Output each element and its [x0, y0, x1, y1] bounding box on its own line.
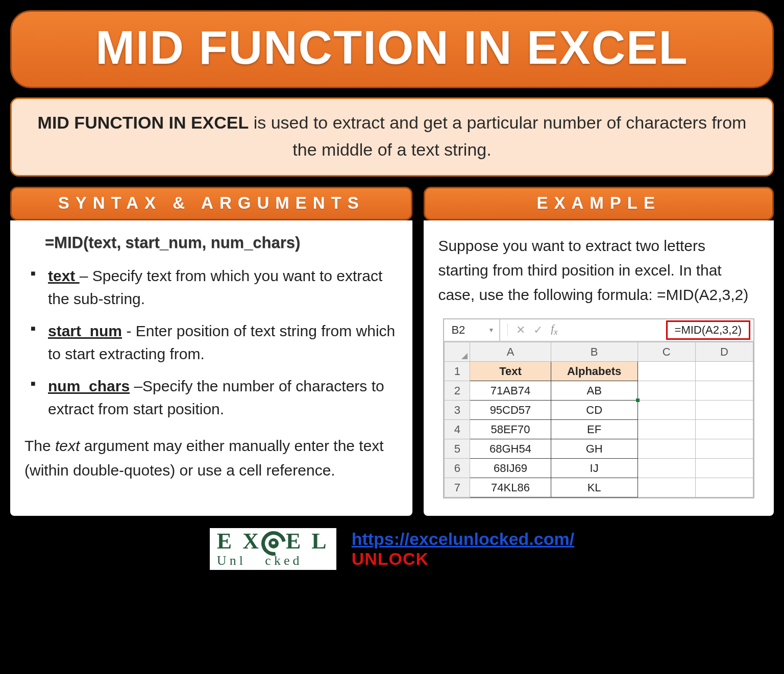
row-num: 5 [445, 439, 470, 459]
cell-A3: 95CD57 [470, 401, 551, 420]
note-pre: The [24, 437, 55, 454]
arg-desc: – Specify text from which you want to ex… [48, 267, 382, 307]
cell-B2: AB [551, 381, 638, 401]
cell-B7: KL [551, 478, 638, 497]
chevron-down-icon: ▼ [488, 327, 495, 334]
row-num: 3 [445, 401, 470, 420]
arg-num-chars: num_chars –Specify the number of charact… [31, 375, 398, 420]
col-C: C [638, 342, 695, 362]
row-4: 4 58EF70 EF [445, 420, 753, 439]
intro-box: MID FUNCTION IN EXCEL is used to extract… [10, 97, 774, 177]
cell-B5: GH [551, 439, 638, 459]
syntax-formula: =MID(text, start_num, num_chars) [24, 234, 398, 252]
fx-icons: ✕ ✓ fx [500, 323, 565, 337]
cell-A7: 74KL86 [470, 478, 551, 497]
fx-icon: fx [551, 323, 557, 337]
cell-C7 [638, 478, 695, 497]
row-7: 7 74KL86 KL [445, 478, 753, 497]
syntax-column: SYNTAX & ARGUMENTS =MID(text, start_num,… [10, 187, 412, 516]
row-1: 1 Text Alphabets [445, 362, 753, 381]
cell-D7 [695, 478, 753, 497]
col-B: B [551, 342, 638, 362]
cell-D5 [695, 439, 753, 459]
argument-list: text – Specify text from which you want … [24, 264, 398, 420]
cell-D3 [695, 401, 753, 420]
cell-B1: Alphabets [551, 362, 638, 381]
logo-lock-icon [261, 531, 286, 556]
columns: SYNTAX & ARGUMENTS =MID(text, start_num,… [10, 187, 774, 516]
example-header: EXAMPLE [424, 187, 774, 220]
row-6: 6 68IJ69 IJ [445, 459, 753, 478]
cancel-icon: ✕ [516, 323, 525, 337]
syntax-header: SYNTAX & ARGUMENTS [10, 187, 412, 220]
cell-A2: 71AB74 [470, 381, 551, 401]
row-num: 4 [445, 420, 470, 439]
footer: E XE L Unl cked https://excelunlocked.co… [10, 528, 774, 575]
cell-C1 [638, 362, 695, 381]
note-ital: text [55, 437, 80, 454]
cell-B4: EF [551, 420, 638, 439]
row-num: 2 [445, 381, 470, 401]
separator-icon [507, 324, 508, 336]
cell-D2 [695, 381, 753, 401]
cell-D4 [695, 420, 753, 439]
row-num: 7 [445, 478, 470, 497]
example-text: Suppose you want to extract two letters … [438, 234, 760, 307]
col-A: A [470, 342, 551, 362]
cell-C5 [638, 439, 695, 459]
cell-A6: 68IJ69 [470, 459, 551, 478]
arg-text: text – Specify text from which you want … [31, 264, 398, 310]
row-3: 3 95CD57 CD [445, 401, 753, 420]
syntax-note: The text argument may either manually en… [24, 434, 398, 483]
check-icon: ✓ [533, 323, 543, 337]
example-column: EXAMPLE Suppose you want to extract two … [424, 187, 774, 516]
formula-bar: B2 ▼ ✕ ✓ fx =MID(A2,3,2) [444, 319, 753, 342]
excel-screenshot: B2 ▼ ✕ ✓ fx =MID(A2,3,2) [443, 318, 754, 498]
cell-C6 [638, 459, 695, 478]
cell-C2 [638, 381, 695, 401]
page-title: MID FUNCTION IN EXCEL [12, 21, 772, 74]
name-box-value: B2 [451, 323, 465, 337]
row-num: 1 [445, 362, 470, 381]
arg-name: text [48, 267, 80, 284]
intro-lead: MID FUNCTION IN EXCEL [38, 113, 249, 132]
logo: E XE L Unl cked [210, 528, 336, 569]
arg-name: start_num [48, 322, 122, 339]
arg-name: num_chars [48, 378, 130, 394]
site-url[interactable]: https://excelunlocked.com/ [352, 529, 574, 548]
arg-start-num: start_num - Enter position of text strin… [31, 319, 398, 365]
cell-A5: 68GH54 [470, 439, 551, 459]
formula-input: =MID(A2,3,2) [666, 320, 750, 340]
footer-links: https://excelunlocked.com/ UNLOCK [352, 529, 574, 569]
row-2: 2 71AB74 AB [445, 381, 753, 401]
cell-C4 [638, 420, 695, 439]
cell-A1: Text [470, 362, 551, 381]
col-D: D [695, 342, 753, 362]
col-header-row: A B C D [445, 342, 753, 362]
unlock-label: UNLOCK [352, 549, 574, 569]
cell-B3: CD [551, 401, 638, 420]
cell-D6 [695, 459, 753, 478]
intro-rest: is used to extract and get a particular … [249, 113, 746, 159]
select-all-corner [445, 342, 470, 362]
cell-D1 [695, 362, 753, 381]
infographic-page: MID FUNCTION IN EXCEL MID FUNCTION IN EX… [10, 10, 774, 575]
spreadsheet: A B C D 1 Text Alphabets [444, 342, 753, 497]
title-banner: MID FUNCTION IN EXCEL [10, 10, 774, 88]
row-num: 6 [445, 459, 470, 478]
cell-A4: 58EF70 [470, 420, 551, 439]
row-5: 5 68GH54 GH [445, 439, 753, 459]
cell-B6: IJ [551, 459, 638, 478]
name-box: B2 ▼ [444, 319, 500, 341]
syntax-body: =MID(text, start_num, num_chars) text – … [10, 220, 412, 516]
logo-text: E XE L Unl cked [217, 531, 329, 566]
cell-C3 [638, 401, 695, 420]
example-body: Suppose you want to extract two letters … [424, 220, 774, 516]
